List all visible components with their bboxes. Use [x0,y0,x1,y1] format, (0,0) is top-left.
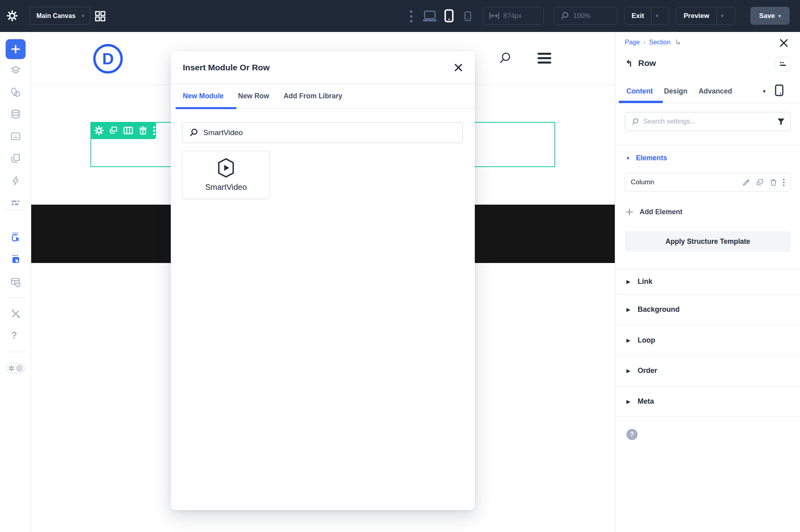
chevron-down-icon: ▾ [82,13,84,19]
row-columns-icon[interactable] [123,126,133,135]
section-label: Background [638,305,680,314]
breadcrumb-section-link[interactable]: Section [649,39,670,46]
section-loop[interactable]: ▶ Loop [615,325,800,355]
triangle-down-icon: ▼ [626,155,630,161]
panel-dock-icon[interactable] [776,57,790,72]
layers-icon[interactable] [10,65,21,76]
settings-toggle[interactable] [6,363,25,374]
tabs-caret-icon[interactable]: ▾ [763,88,766,94]
panel-tabs: Content Design Advanced [626,87,732,96]
canvas-width-input[interactable]: 874px [483,7,544,25]
builder-settings-icon[interactable] [7,10,18,21]
module-search-input[interactable] [203,128,456,137]
divider [6,297,26,298]
preview-split-button: Preview ▾ [676,7,735,25]
desktop-view-icon[interactable] [422,10,437,22]
tablet-view-icon[interactable] [444,9,454,22]
section-background[interactable]: ▶ Background [615,294,800,325]
triangle-right-icon: ▶ [626,368,630,374]
breadcrumb-page-link[interactable]: Page [625,39,640,46]
edit-icon[interactable] [742,178,750,187]
list-view-icon[interactable] [10,197,21,208]
triangle-right-icon: ▶ [626,307,630,313]
row-hover-toolbar [90,122,156,139]
tab-new-module[interactable]: New Module [183,92,224,100]
back-arrow-icon[interactable]: ↰ [626,59,633,68]
add-element-label: Add Element [640,208,682,216]
breadcrumb-arrow-icon: ↳ [675,38,681,47]
save-button-label: Save [759,12,775,20]
panel-title: Row [638,58,656,68]
copy-styles-icon[interactable] [10,153,21,163]
preview-caret-button[interactable]: ▾ [717,7,728,24]
page-layout-icon[interactable] [10,277,21,287]
section-meta[interactable]: ▶ Meta [615,386,800,416]
preview-button[interactable]: Preview [676,7,716,24]
add-element-button[interactable]: Add Element [626,208,682,216]
row-settings-icon[interactable] [94,126,104,135]
duplicate-icon[interactable] [756,178,764,187]
modal-close-icon[interactable] [454,63,463,72]
more-options-icon[interactable] [410,10,413,23]
apply-structure-template-button[interactable]: Apply Structure Template [625,231,791,252]
top-toolbar: Main Canvas ▾ [0,0,800,32]
site-logo[interactable]: D [93,44,123,74]
tab-advanced[interactable]: Advanced [698,87,732,96]
canvas-select[interactable]: Main Canvas ▾ [30,7,90,25]
elements-section-header[interactable]: ▼ Elements [626,154,667,162]
module-search [182,122,463,143]
row-delete-icon[interactable] [138,126,148,135]
exit-button[interactable]: Exit [624,7,651,24]
section-label: Link [638,277,652,286]
module-result-smartvideo[interactable]: SmartVideo [182,151,270,199]
site-search-icon[interactable] [498,52,512,65]
site-menu-icon[interactable] [538,53,551,64]
zoom-magnifier-icon [560,11,569,20]
database-icon[interactable] [10,109,21,120]
responsive-view-icon[interactable] [775,84,784,96]
wireframe-view-icon[interactable] [10,131,21,141]
help-icon[interactable]: ? [11,330,17,341]
element-row-label: Column [631,178,737,186]
click-select-filled-icon[interactable] [10,254,21,265]
section-order[interactable]: ▶ Order [615,355,800,386]
breadcrumb-separator: › [643,39,645,46]
phone-view-icon[interactable] [464,11,471,21]
panel-close-icon[interactable] [779,38,788,48]
panel-title-row: ↰ Row [626,58,656,68]
row-more-options-icon[interactable] [153,126,156,135]
save-caret-icon: ▾ [778,13,781,19]
modal-tabs: New Module New Row Add From Library [171,84,475,109]
filter-icon[interactable] [777,118,785,126]
exit-split-button: Exit ▾ [624,7,669,25]
tab-design[interactable]: Design [664,87,687,96]
width-arrows-icon [489,12,499,20]
tab-new-row[interactable]: New Row [238,92,269,100]
exit-caret-button[interactable]: ▾ [652,7,662,24]
click-select-outline-icon[interactable] [10,232,21,242]
settings-search [625,112,791,131]
active-tab-underline [176,107,236,109]
section-link[interactable]: ▶ Link [615,269,800,294]
zoom-control[interactable]: 100% [554,7,617,25]
layout-grid-icon[interactable] [95,11,106,22]
tools-icon[interactable] [10,309,21,319]
search-icon [631,118,639,126]
panel-help-button[interactable]: ? [626,429,638,440]
add-module-button[interactable] [6,39,26,59]
lightning-icon[interactable] [10,175,21,186]
triangle-right-icon: ▶ [626,399,630,404]
divider [615,416,800,417]
settings-search-input[interactable] [643,118,773,126]
design-presets-icon[interactable] [10,87,21,98]
tab-add-from-library[interactable]: Add From Library [284,92,342,100]
row-duplicate-icon[interactable] [109,126,118,135]
element-row-column[interactable]: Column [625,173,791,192]
tab-content[interactable]: Content [626,87,653,96]
module-result-label: SmartVideo [205,183,247,192]
toggle-knob [16,365,23,372]
save-button[interactable]: Save ▾ [750,7,790,25]
delete-icon[interactable] [769,178,778,187]
more-options-icon[interactable] [783,179,785,186]
modal-title: Insert Module Or Row [183,63,454,72]
